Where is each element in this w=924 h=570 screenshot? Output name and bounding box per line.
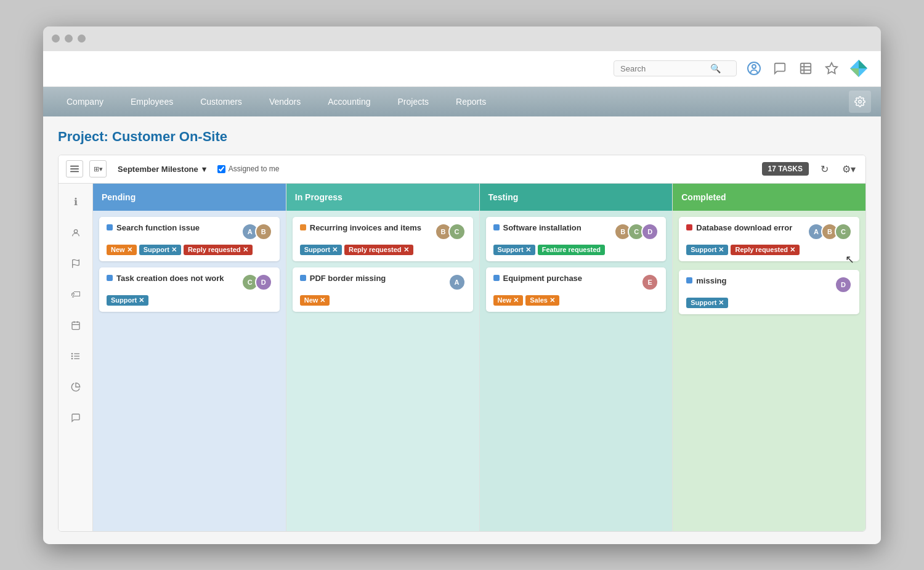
nav-accounting[interactable]: Accounting [314, 87, 384, 116]
column-pending-header: Pending [93, 184, 286, 211]
nav-reports[interactable]: Reports [442, 87, 500, 116]
milestone-selector[interactable]: September Milestone ▾ [113, 162, 211, 176]
app-window: 🔍 [43, 26, 881, 544]
card-equipment-avatars: E [641, 274, 659, 291]
column-completed-body: Database download error A B C S [673, 211, 865, 531]
svg-point-1 [752, 65, 756, 68]
settings-gear-icon[interactable] [849, 91, 871, 113]
sidebar-person-icon[interactable] [66, 223, 86, 243]
tag-new-eq[interactable]: New ✕ [493, 295, 524, 306]
sidebar-calendar-icon[interactable] [66, 316, 86, 335]
tag-new-pdf[interactable]: New ✕ [300, 295, 330, 306]
card-task-avatars: C D [241, 274, 272, 291]
sidebar-toggle-button[interactable] [66, 160, 83, 177]
card-missing-title: missing [686, 276, 726, 285]
tag-new[interactable]: New ✕ [107, 245, 137, 255]
card-db-avatars: A B C [808, 223, 852, 240]
nav-employees[interactable]: Employees [117, 87, 187, 116]
card-software-tags: Support ✕ Feature requested [493, 245, 659, 255]
star-icon[interactable] [823, 60, 840, 77]
card-recurring-header: Recurring invoices and items B C [300, 223, 466, 240]
kanban-toolbar: ⊞▾ September Milestone ▾ Assigned to me … [59, 155, 865, 184]
avatar: D [835, 276, 852, 293]
kanban-body: ℹ 🏷 [59, 184, 865, 531]
minimize-dot[interactable] [65, 35, 73, 43]
card-missing-tags: Support ✕ [686, 298, 852, 308]
tag-reply-requested[interactable]: Reply requested ✕ [184, 245, 253, 255]
card-equipment-header: Equipment purchase E [493, 274, 659, 291]
search-box[interactable]: 🔍 [614, 60, 737, 76]
sidebar-chat-icon[interactable] [66, 408, 86, 428]
kanban-columns: Pending Search function issue [93, 184, 865, 531]
maximize-dot[interactable] [78, 35, 86, 43]
card-task-tags: Support ✕ [107, 295, 272, 306]
nav-company[interactable]: Company [53, 87, 117, 116]
card-missing[interactable]: missing D Support ✕ [679, 270, 859, 314]
page-title: Project: Customer On-Site [58, 129, 866, 145]
user-circle-icon[interactable] [745, 60, 763, 77]
card-software-header: Software installation B C D [493, 223, 659, 240]
svg-marker-9 [850, 68, 859, 77]
tag-reply-recurring[interactable]: Reply requested ✕ [344, 245, 413, 255]
card-dot-blue4 [493, 224, 500, 230]
card-db-title: Database download error [686, 223, 792, 232]
tag-support[interactable]: Support ✕ [139, 245, 181, 255]
search-input[interactable] [620, 64, 707, 73]
svg-point-24 [71, 356, 72, 356]
card-dot-blue [107, 224, 113, 230]
card-search-header: Search function issue A B [107, 223, 272, 240]
sidebar-piechart-icon[interactable] [66, 377, 86, 397]
navbar: Company Employees Customers Vendors Acco… [43, 87, 881, 116]
sidebar-tag-icon[interactable]: 🏷 [66, 285, 86, 304]
sidebar-flag-icon[interactable] [66, 254, 86, 274]
card-recurring[interactable]: Recurring invoices and items B C Support… [293, 217, 473, 261]
card-search-function[interactable]: Search function issue A B New ✕ S [99, 217, 280, 261]
card-software-avatars: B C D [614, 223, 659, 240]
card-software-title: Software installation [493, 223, 582, 232]
card-pdf-header: PDF border missing A [300, 274, 466, 291]
card-task-creation[interactable]: Task creation does not work C D Support … [99, 267, 280, 312]
svg-point-14 [74, 229, 77, 232]
tag-reply-db[interactable]: Reply requested ✕ [731, 245, 800, 255]
close-dot[interactable] [52, 35, 60, 43]
tag-support-recurring[interactable]: Support ✕ [300, 245, 342, 255]
card-database-popup[interactable]: Database download error A B C S [679, 217, 859, 261]
kanban-settings-icon[interactable]: ⚙▾ [840, 160, 858, 178]
card-dot-blue6 [686, 277, 692, 283]
kanban-container: ⊞▾ September Milestone ▾ Assigned to me … [58, 155, 866, 532]
card-search-tags: New ✕ Support ✕ Reply requested ✕ [107, 245, 272, 255]
column-completed-header: Completed [673, 184, 865, 211]
completed-label: Completed [681, 192, 726, 202]
column-inprogress: In Progress Recurring invoices and items [286, 184, 480, 531]
sidebar-list-icon[interactable] [66, 346, 86, 366]
tag-support-missing[interactable]: Support ✕ [686, 298, 728, 308]
kanban-sidebar: ℹ 🏷 [59, 184, 93, 531]
card-software[interactable]: Software installation B C D Sup [486, 217, 667, 261]
card-equipment[interactable]: Equipment purchase E New ✕ Sales ✕ [486, 267, 667, 312]
column-pending-body: Search function issue A B New ✕ S [93, 211, 286, 531]
tag-sales-eq[interactable]: Sales ✕ [525, 295, 559, 306]
tag-support2[interactable]: Support ✕ [107, 295, 148, 306]
card-equipment-tags: New ✕ Sales ✕ [493, 295, 659, 306]
card-dot-red [686, 224, 692, 230]
svg-point-25 [71, 358, 72, 359]
card-equipment-title: Equipment purchase [493, 274, 583, 283]
chat-icon[interactable] [771, 60, 788, 77]
tag-support-db[interactable]: Support ✕ [686, 245, 728, 255]
view-toggle-button[interactable]: ⊞▾ [89, 160, 107, 177]
list-icon[interactable] [797, 60, 814, 77]
nav-customers[interactable]: Customers [187, 87, 256, 116]
refresh-icon[interactable]: ↻ [815, 160, 833, 178]
nav-vendors[interactable]: Vendors [256, 87, 314, 116]
tag-feature-sw[interactable]: Feature requested [538, 245, 605, 255]
card-missing-header: missing D [686, 276, 852, 293]
titlebar [43, 26, 881, 51]
sidebar-info-icon[interactable]: ℹ [66, 192, 86, 212]
svg-point-23 [71, 353, 72, 354]
nav-projects[interactable]: Projects [384, 87, 443, 116]
assigned-to-me-checkbox[interactable]: Assigned to me [217, 165, 280, 173]
card-task-header: Task creation does not work C D [107, 274, 272, 291]
card-pdf[interactable]: PDF border missing A New ✕ [293, 267, 473, 312]
tag-support-sw[interactable]: Support ✕ [493, 245, 535, 255]
column-testing-body: Software installation B C D Sup [480, 211, 673, 531]
